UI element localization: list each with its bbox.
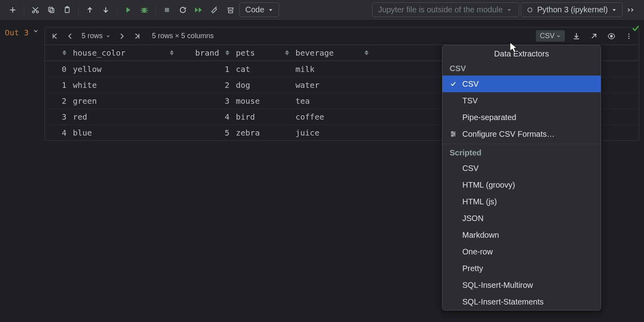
settings-icon: [450, 130, 457, 138]
chevron-down-icon: [612, 8, 617, 12]
svg-marker-41: [170, 50, 174, 52]
svg-marker-27: [508, 9, 511, 11]
svg-line-18: [142, 12, 143, 12]
copy-button[interactable]: [44, 3, 58, 17]
svg-marker-42: [170, 53, 174, 55]
chevron-down-icon: [556, 34, 561, 39]
header-brand[interactable]: brand: [177, 48, 233, 58]
svg-marker-44: [225, 53, 229, 55]
debug-cell-button[interactable]: [137, 3, 151, 17]
svg-line-16: [142, 8, 143, 9]
extractor-tsv[interactable]: TSV: [442, 92, 601, 109]
svg-marker-45: [285, 50, 289, 52]
extractor-sql-multirow[interactable]: SQL-Insert-Multirow: [442, 277, 601, 293]
move-down-button[interactable]: [99, 3, 113, 17]
output-collapse-toggle[interactable]: [31, 28, 41, 34]
kernel-select[interactable]: Python 3 (ipykernel): [521, 2, 623, 17]
extractor-csv[interactable]: CSV: [442, 76, 601, 92]
sort-icon: [225, 50, 229, 55]
svg-marker-26: [269, 9, 272, 11]
extractor-sql-statements[interactable]: SQL-Insert-Statements: [442, 293, 601, 310]
sort-icon: [365, 50, 369, 55]
chevron-down-icon: [268, 8, 273, 12]
extractor-html-groovy[interactable]: HTML (groovy): [442, 177, 601, 193]
cell-index: 3: [45, 112, 70, 122]
dataframe-panel: 5 rows 5 rows × 5 columns CSV: [45, 27, 639, 141]
cell-pets: mouse: [233, 96, 292, 106]
sort-icon: [285, 50, 289, 55]
toggle-visibility-button[interactable]: [605, 30, 617, 42]
header-house-color[interactable]: house_color: [70, 48, 177, 58]
extractor-markdown[interactable]: Markdown: [442, 227, 601, 243]
header-index[interactable]: [45, 50, 70, 55]
nav-first-button[interactable]: [49, 30, 61, 42]
header-beverage[interactable]: beverage: [292, 48, 372, 58]
svg-rect-6: [50, 8, 54, 12]
table-summary: 5 rows × 5 columns: [152, 32, 214, 40]
nav-next-button[interactable]: [116, 30, 128, 42]
svg-line-34: [592, 34, 596, 38]
svg-marker-47: [365, 50, 369, 52]
svg-point-52: [454, 134, 455, 135]
download-button[interactable]: [570, 30, 582, 42]
svg-rect-7: [48, 7, 52, 11]
rows-selector[interactable]: 5 rows: [79, 32, 113, 40]
cell-brand: 3: [177, 96, 233, 106]
extractor-one-row[interactable]: One-row: [442, 243, 601, 260]
cell-index: 4: [45, 128, 70, 138]
cut-button[interactable]: [28, 3, 43, 17]
check-icon: [450, 81, 457, 87]
run-all-button[interactable]: [192, 3, 206, 17]
cell-beverage: juice: [292, 128, 372, 138]
run-cell-button[interactable]: [121, 3, 136, 17]
svg-marker-12: [126, 7, 130, 12]
svg-point-38: [628, 37, 630, 39]
cell-pets: zebra: [233, 128, 292, 138]
extractor-pipe[interactable]: Pipe-separated: [442, 109, 601, 126]
popup-title: Data Extractors: [442, 45, 601, 62]
nav-prev-button[interactable]: [64, 30, 76, 42]
nav-last-button[interactable]: [131, 30, 143, 42]
cell-pets: cat: [233, 64, 292, 74]
svg-point-37: [628, 35, 630, 37]
svg-point-36: [628, 33, 630, 35]
cell-index: 1: [45, 80, 70, 90]
svg-point-35: [611, 35, 613, 37]
popup-section-csv: CSV: [442, 62, 601, 76]
chevron-down-icon: [106, 34, 111, 39]
extractor-pretty[interactable]: Pretty: [442, 260, 601, 277]
stop-button[interactable]: [160, 3, 174, 17]
move-up-button[interactable]: [83, 3, 97, 17]
dataframe-toolbar: 5 rows 5 rows × 5 columns CSV: [45, 27, 639, 45]
data-extractor-select[interactable]: CSV: [536, 30, 565, 42]
chevron-down-icon: [507, 8, 512, 12]
delete-cell-button[interactable]: [223, 3, 238, 17]
extractor-html-js[interactable]: HTML (js): [442, 193, 601, 210]
cell-type-select[interactable]: Code: [239, 2, 279, 17]
svg-rect-20: [165, 8, 169, 12]
svg-line-19: [146, 12, 147, 12]
svg-marker-48: [365, 53, 369, 55]
header-pets[interactable]: pets: [233, 48, 292, 58]
restart-kernel-button[interactable]: [176, 3, 190, 17]
extractor-scripted-csv[interactable]: CSV: [442, 160, 601, 177]
extractor-configure[interactable]: Configure CSV Formats…: [442, 126, 601, 142]
cell-house-color: white: [70, 80, 177, 90]
module-notice[interactable]: Jupyter file is outside of the module: [372, 2, 519, 17]
open-external-button[interactable]: [588, 30, 600, 42]
add-cell-button[interactable]: [6, 3, 20, 17]
cell-index: 0: [45, 64, 70, 74]
sort-icon: [170, 50, 174, 55]
svg-marker-39: [62, 50, 66, 52]
rows-label: 5 rows: [81, 32, 103, 40]
svg-point-50: [452, 132, 453, 133]
svg-marker-21: [195, 7, 198, 12]
cell-beverage: tea: [292, 96, 372, 106]
clear-outputs-button[interactable]: [208, 3, 222, 17]
extractor-json[interactable]: JSON: [442, 210, 601, 227]
cell-type-label: Code: [245, 5, 264, 14]
status-ok-icon: [631, 24, 640, 33]
paste-button[interactable]: [60, 3, 74, 17]
svg-marker-40: [62, 53, 66, 55]
overflow-button[interactable]: [624, 3, 638, 17]
